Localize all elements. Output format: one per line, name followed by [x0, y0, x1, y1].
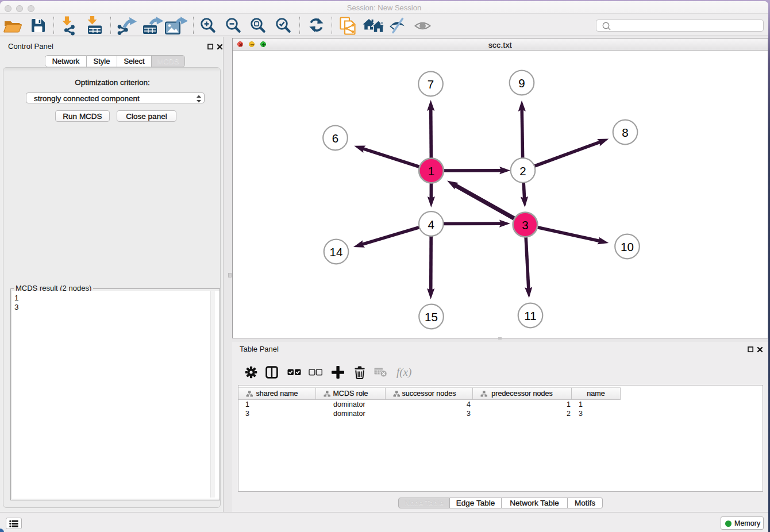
svg-text:1: 1: [428, 164, 434, 178]
svg-text:8: 8: [622, 126, 628, 139]
svg-text:4: 4: [428, 218, 434, 231]
svg-text:15: 15: [425, 310, 438, 323]
svg-text:2: 2: [519, 164, 526, 178]
svg-text:7: 7: [428, 78, 434, 91]
svg-text:11: 11: [524, 309, 536, 322]
svg-text:6: 6: [332, 132, 338, 145]
svg-text:9: 9: [518, 76, 525, 90]
svg-text:10: 10: [621, 240, 634, 253]
svg-text:3: 3: [522, 218, 528, 232]
svg-text:14: 14: [330, 245, 343, 259]
